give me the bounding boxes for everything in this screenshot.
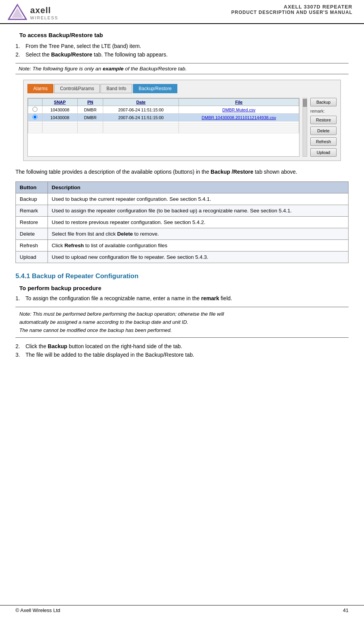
product-subtitle: PRODUCT DESCRIPTION AND USER'S MANUAL [231,10,352,15]
col-radio [28,99,43,106]
btn-desc-remark: Used to assign the repeater configuratio… [48,205,348,217]
logo-axell-text: axell [30,5,58,15]
backup-button[interactable]: Backup [310,98,337,106]
desc-row-backup: Backup Used to backup the current repeat… [16,193,349,205]
page-footer: © Axell Wireless Ltd 41 [0,605,364,615]
btn-label-restore: Restore [16,217,48,228]
desc-row-remark: Remark Used to assign the repeater confi… [16,205,349,217]
step-2: 2. Select the Backup/Restore tab. The fo… [15,51,349,58]
backup-steps: 1. To assign the configuration file a re… [15,295,349,301]
footer-copyright: © Axell Wireless Ltd [15,607,60,613]
btn-desc-backup: Used to backup the current repeater conf… [48,193,348,205]
backup-table-area: SNAP PN Date File 10430008 DMBR 2007-06-… [27,98,299,157]
backup-step-3: 3. The file will be added to the table d… [15,352,349,358]
logo-area: axell WIRELESS [8,4,58,21]
row-file: DMBR.10430008.20110112144938.csv [179,114,299,121]
header-right: AXELL 3307D REPEATER PRODUCT DESCRIPTION… [231,4,352,15]
row-snap: 10430008 [42,106,77,114]
backup-step-1: 1. To assign the configuration file a re… [15,295,349,301]
backup-steps-2: 2. Click the Backup button located on th… [15,343,349,358]
desc-table-header: Button Description [16,182,349,193]
note-2: Note: This must be performed before perf… [15,307,349,338]
col-pn: PN [78,99,103,106]
table-row[interactable]: 10430008 DMBR 2007-06-24 11:51:15:00 DMB… [28,114,299,121]
desc-col-button: Button [16,182,48,193]
btn-label-backup: Backup [16,193,48,205]
tab-control-params[interactable]: Control&Params [54,84,100,93]
desc-row-upload: Upload Used to upload new configuration … [16,251,349,263]
backup-table: SNAP PN Date File 10430008 DMBR 2007-06-… [28,98,299,133]
delete-button[interactable]: Delete [310,127,337,135]
backup-step-2-text: Click the Backup button located on the r… [26,343,182,349]
step-1: 1. From the Tree Pane, select the LTE (b… [15,43,349,49]
row-radio-input[interactable] [32,115,37,120]
desc-table: Button Description Backup Used to backup… [15,181,349,263]
backup-heading: To perform backup procedure [19,285,349,291]
btn-label-delete: Delete [16,228,48,240]
backup-step-3-text: The file will be added to the table disp… [26,352,194,358]
upload-button[interactable]: Upload [310,148,337,157]
mockup-body: SNAP PN Date File 10430008 DMBR 2007-06-… [27,98,337,157]
tab-band-info[interactable]: Band Info [100,84,132,93]
btn-desc-restore: Used to restore previous repeater config… [48,217,348,228]
access-heading: To access Backup/Restore tab [19,32,349,38]
note-1: Note: The following figure is only an ex… [15,63,349,74]
restore-button[interactable]: Restore [310,116,337,124]
ui-mockup: Alarms Control&Params Band Info Backup/R… [23,80,341,161]
row-pn: DMBR [78,114,103,121]
desc-row-refresh: Refresh Click Refresh to list of availab… [16,240,349,251]
row-radio [28,114,43,121]
table-header-row: SNAP PN Date File [28,99,299,106]
access-steps: 1. From the Tree Pane, select the LTE (b… [15,43,349,58]
col-file: File [179,99,299,106]
tab-alarms[interactable]: Alarms [27,84,53,93]
btn-desc-refresh: Click Refresh to list of available confi… [48,240,348,251]
logo-wireless-text: WIRELESS [30,15,58,20]
btn-desc-delete: Select file from list and click Delete t… [48,228,348,240]
row-snap: 10430008 [42,114,77,121]
btn-label-refresh: Refresh [16,240,48,251]
scrollbar-thumb[interactable] [303,99,307,107]
desc-row-restore: Restore Used to restore previous repeate… [16,217,349,228]
row-file: DMBR.Muted.csv [179,106,299,114]
product-name: AXELL 3307D REPEATER [231,4,352,10]
note-2-text: Note: This must be performed before perf… [19,311,224,333]
row-date: 2007-06-24 11:51:15:00 [103,106,179,114]
row-radio [28,106,43,114]
tab-bar: Alarms Control&Params Band Info Backup/R… [27,84,337,93]
btn-desc-upload: Used to upload new configuration file to… [48,251,348,263]
table-row-empty [28,131,299,133]
backup-step-2: 2. Click the Backup button located on th… [15,343,349,349]
table-row[interactable]: 10430008 DMBR 2007-06-24 11:51:15:00 DMB… [28,106,299,114]
desc-paragraph: The following table provides a descripti… [15,168,349,176]
section-541-title: 5.4.1 Backup of Repeater Configuration [15,272,349,280]
step-2-text: Select the Backup/Restore tab. The follo… [26,51,168,58]
row-radio-input[interactable] [32,107,37,112]
refresh-button[interactable]: Refresh [310,137,337,146]
desc-row-delete: Delete Select file from list and click D… [16,228,349,240]
step-1-text: From the Tree Pane, select the LTE (band… [26,43,141,49]
note-1-text: Note: The following figure is only an ex… [19,66,187,72]
btn-label-upload: Upload [16,251,48,263]
tab-backup-restore[interactable]: Backup/Restore [133,84,177,93]
main-content: To access Backup/Restore tab 1. From the… [0,24,364,371]
btn-label-remark: Remark [16,205,48,217]
col-date: Date [103,99,179,106]
page-header: axell WIRELESS AXELL 3307D REPEATER PROD… [0,0,364,24]
scrollbar[interactable] [303,98,307,157]
row-pn: DMBR [78,106,103,114]
axell-logo-icon [8,4,27,21]
remark-label: remark: [310,109,337,113]
backup-step-1-text: To assign the configuration file a recog… [26,295,232,301]
footer-page-number: 41 [343,607,349,613]
side-buttons: Backup remark: Restore Delete Refresh Up… [310,98,337,157]
col-snap: SNAP [42,99,77,106]
logo-text: axell WIRELESS [30,5,58,20]
row-date: 2007-06-24 11:51:15:00 [103,114,179,121]
svg-marker-1 [12,8,23,18]
desc-col-description: Description [48,182,348,193]
